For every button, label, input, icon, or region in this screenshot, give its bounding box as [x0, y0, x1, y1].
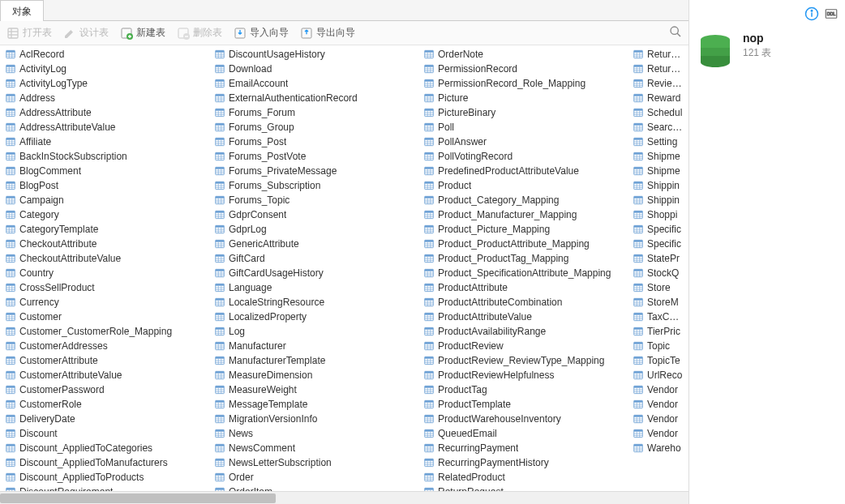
table-row[interactable]: Forums_Forum — [211, 105, 420, 120]
table-row[interactable]: GiftCard — [211, 251, 420, 266]
table-row[interactable]: CheckoutAttribute — [2, 237, 211, 251]
table-row[interactable]: TierPric — [629, 324, 686, 339]
table-row[interactable]: Specific — [629, 222, 686, 237]
table-row[interactable]: OrderNote — [420, 47, 629, 62]
table-row[interactable]: QueuedEmail — [420, 426, 629, 441]
table-row[interactable]: MigrationVersionInfo — [211, 412, 420, 426]
table-row[interactable]: CustomerRole — [2, 397, 211, 412]
table-row[interactable]: Forums_PostVote — [211, 149, 420, 164]
table-row[interactable]: Product — [420, 178, 629, 193]
table-row[interactable]: Manufacturer — [211, 339, 420, 353]
table-row[interactable]: ActivityLog — [2, 62, 211, 76]
ddl-icon[interactable]: DDL — [824, 6, 839, 23]
table-row[interactable]: Schedul — [629, 105, 686, 120]
table-row[interactable]: MeasureDimension — [211, 368, 420, 382]
table-row[interactable]: Shippin — [629, 178, 686, 193]
design-table-button[interactable]: 设计表 — [63, 26, 109, 40]
table-row[interactable]: Poll — [420, 120, 629, 135]
table-row[interactable]: Language — [211, 280, 420, 295]
table-row[interactable]: CustomerAttributeValue — [2, 368, 211, 382]
table-row[interactable]: CustomerAddresses — [2, 339, 211, 353]
table-row[interactable]: GenericAttribute — [211, 237, 420, 251]
table-row[interactable]: RecurringPaymentHistory — [420, 455, 629, 470]
table-row[interactable]: ReturnR — [629, 62, 686, 76]
table-row[interactable]: ProductReview — [420, 339, 629, 353]
table-row[interactable]: ReturnRequest — [420, 485, 629, 491]
table-row[interactable]: Setting — [629, 135, 686, 149]
table-row[interactable]: Topic — [629, 339, 686, 353]
table-row[interactable]: Forums_Group — [211, 120, 420, 135]
table-row[interactable]: Product_Category_Mapping — [420, 193, 629, 207]
open-table-button[interactable]: 打开表 — [6, 26, 52, 40]
table-row[interactable]: Shippin — [629, 193, 686, 207]
table-row[interactable]: PermissionRecord_Role_Mapping — [420, 76, 629, 91]
table-row[interactable]: LocalizedProperty — [211, 310, 420, 324]
table-row[interactable]: ReviewT — [629, 76, 686, 91]
table-row[interactable]: Vendor — [629, 426, 686, 441]
table-row[interactable]: RelatedProduct — [420, 470, 629, 485]
table-row[interactable]: ProductWarehouseInventory — [420, 412, 629, 426]
table-row[interactable]: Category — [2, 207, 211, 222]
table-row[interactable]: NewsLetterSubscription — [211, 455, 420, 470]
table-row[interactable]: ReturnR — [629, 47, 686, 62]
table-row[interactable]: DiscountUsageHistory — [211, 47, 420, 62]
table-row[interactable]: ExternalAuthenticationRecord — [211, 91, 420, 105]
table-row[interactable]: TopicTe — [629, 353, 686, 368]
table-row[interactable]: PermissionRecord — [420, 62, 629, 76]
table-row[interactable]: GdprLog — [211, 222, 420, 237]
table-row[interactable]: StatePr — [629, 251, 686, 266]
table-row[interactable]: PollAnswer — [420, 135, 629, 149]
table-row[interactable]: Country — [2, 266, 211, 280]
new-table-button[interactable]: 新建表 — [120, 26, 165, 40]
search-icon[interactable] — [669, 25, 682, 41]
table-row[interactable]: Vendor — [629, 382, 686, 397]
table-row[interactable]: Product_Picture_Mapping — [420, 222, 629, 237]
table-row[interactable]: StoreM — [629, 295, 686, 310]
table-row[interactable]: LocaleStringResource — [211, 295, 420, 310]
table-row[interactable]: BlogComment — [2, 164, 211, 178]
table-row[interactable]: Address — [2, 91, 211, 105]
table-row[interactable]: OrderItem — [211, 485, 420, 491]
table-row[interactable]: SearchT — [629, 120, 686, 135]
table-row[interactable]: Vendor — [629, 412, 686, 426]
table-row[interactable]: News — [211, 426, 420, 441]
table-row[interactable]: AddressAttribute — [2, 105, 211, 120]
table-row[interactable]: Discount — [2, 426, 211, 441]
table-row[interactable]: Reward — [629, 91, 686, 105]
table-row[interactable]: BlogPost — [2, 178, 211, 193]
export-wizard-button[interactable]: 导出向导 — [300, 26, 355, 40]
scrollbar-thumb[interactable] — [0, 493, 276, 503]
table-row[interactable]: Log — [211, 324, 420, 339]
table-row[interactable]: Product_ProductAttribute_Mapping — [420, 237, 629, 251]
table-row[interactable]: Wareho — [629, 441, 686, 455]
import-wizard-button[interactable]: 导入向导 — [234, 26, 289, 40]
table-row[interactable]: NewsComment — [211, 441, 420, 455]
table-row[interactable]: Shipme — [629, 164, 686, 178]
table-row[interactable]: MessageTemplate — [211, 397, 420, 412]
table-row[interactable]: DiscountRequirement — [2, 485, 211, 491]
table-row[interactable]: CustomerPassword — [2, 382, 211, 397]
table-row[interactable]: Affiliate — [2, 135, 211, 149]
horizontal-scrollbar[interactable] — [0, 491, 688, 504]
table-row[interactable]: Forums_Post — [211, 135, 420, 149]
table-row[interactable]: PredefinedProductAttributeValue — [420, 164, 629, 178]
table-row[interactable]: Discount_AppliedToCategories — [2, 441, 211, 455]
table-row[interactable]: AclRecord — [2, 47, 211, 62]
delete-table-button[interactable]: 删除表 — [177, 26, 222, 40]
table-row[interactable]: Currency — [2, 295, 211, 310]
tab-objects[interactable]: 对象 — [0, 0, 44, 21]
table-row[interactable]: PollVotingRecord — [420, 149, 629, 164]
table-row[interactable]: DeliveryDate — [2, 412, 211, 426]
table-row[interactable]: Forums_Topic — [211, 193, 420, 207]
table-row[interactable]: GdprConsent — [211, 207, 420, 222]
table-row[interactable]: ProductTemplate — [420, 397, 629, 412]
table-row[interactable]: Download — [211, 62, 420, 76]
table-row[interactable]: PictureBinary — [420, 105, 629, 120]
table-row[interactable]: Discount_AppliedToProducts — [2, 470, 211, 485]
table-row[interactable]: CheckoutAttributeValue — [2, 251, 211, 266]
table-row[interactable]: Discount_AppliedToManufacturers — [2, 455, 211, 470]
table-row[interactable]: ProductAttributeCombination — [420, 295, 629, 310]
table-row[interactable]: Product_SpecificationAttribute_Mapping — [420, 266, 629, 280]
table-row[interactable]: ProductTag — [420, 382, 629, 397]
table-row[interactable]: UrlReco — [629, 368, 686, 382]
